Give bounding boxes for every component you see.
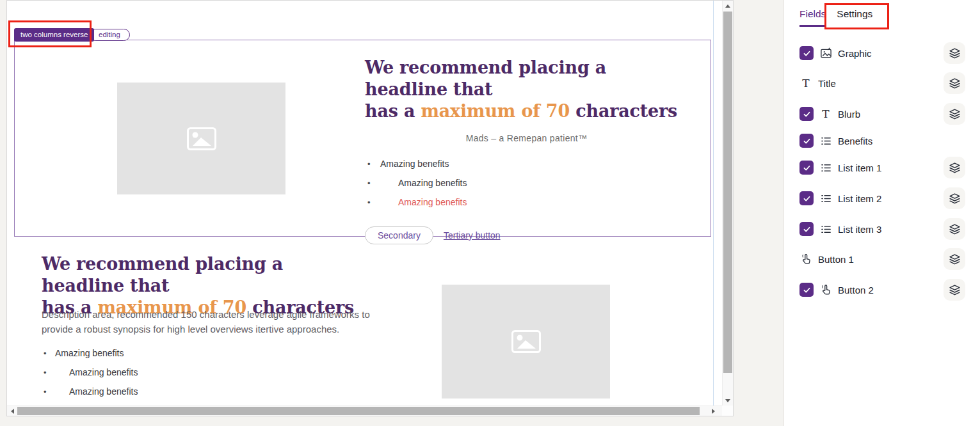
field-checkbox[interactable] [799, 191, 814, 205]
scroll-down-button[interactable] [723, 395, 733, 406]
field-label: Benefits [838, 136, 872, 146]
section1-byline: Mads – a Remepan patient™ [365, 133, 688, 143]
layers-button[interactable] [944, 248, 965, 270]
field-label: Title [818, 78, 836, 89]
bullet-item: •Amazing benefits [44, 367, 312, 386]
secondary-button[interactable]: Secondary [365, 226, 433, 244]
layers-button[interactable] [944, 72, 965, 94]
field-row-benefits: Benefits [799, 126, 980, 155]
horizontal-scrollbar[interactable] [7, 406, 722, 416]
bullet-text: Amazing benefits [398, 197, 467, 208]
vertical-scrollbar-thumb[interactable] [723, 12, 732, 373]
bullet-item: •Amazing benefits [44, 386, 312, 406]
scroll-left-button[interactable] [7, 406, 17, 416]
headline-line2-pre: has a [365, 101, 421, 121]
editor-canvas: two columns reverse editing We recommend… [6, 0, 734, 416]
field-checkbox[interactable] [799, 134, 814, 148]
content-frame-edge [713, 1, 714, 406]
field-row-button-1: Button 1 [799, 244, 980, 274]
layers-button[interactable] [944, 279, 965, 301]
template-section-selected: We recommend placing a headline that has… [14, 40, 711, 237]
bullet-text: Amazing benefits [69, 386, 138, 397]
field-row-list-item-1: List item 1 [799, 153, 980, 182]
bullet-text: Amazing benefits [69, 367, 138, 378]
field-row-list-item-2: List item 2 [799, 184, 980, 213]
tertiary-button[interactable]: Tertiary button [444, 230, 501, 241]
section2-bullet-list: •Amazing benefits•Amazing benefits•Amazi… [44, 348, 312, 406]
scrollbar-corner [722, 406, 733, 416]
bullet-dot: • [367, 197, 373, 208]
list-icon [819, 161, 832, 174]
field-label: Graphic [838, 48, 872, 59]
image-placeholder[interactable] [442, 285, 610, 398]
field-label: Button 2 [838, 285, 874, 296]
image-icon [819, 47, 832, 59]
field-label: Button 1 [818, 254, 854, 265]
section1-headline: We recommend placing a headline that has… [365, 57, 688, 122]
button-icon [819, 283, 832, 296]
button-icon [799, 253, 812, 265]
bullet-dot: • [44, 367, 49, 378]
image-icon [511, 330, 541, 353]
headline-highlight: maximum of 70 [421, 101, 570, 121]
editing-tag: editing [89, 29, 130, 41]
image-placeholder[interactable] [117, 83, 285, 194]
field-label: Blurb [838, 109, 860, 120]
bullet-text: Amazing benefits [380, 159, 449, 170]
field-row-graphic: Graphic [799, 38, 980, 68]
text-icon: T [819, 107, 832, 120]
layers-button[interactable] [944, 42, 965, 64]
fields-panel: Fields Settings GraphicTTitleTBlurbBenef… [783, 0, 980, 426]
vertical-scrollbar[interactable] [722, 1, 733, 406]
bullet-dot: • [44, 386, 49, 397]
field-row-list-item-3: List item 3 [799, 214, 980, 244]
field-checkbox[interactable] [799, 222, 814, 236]
bullet-text: Amazing benefits [398, 178, 467, 189]
scroll-up-button[interactable] [723, 1, 733, 11]
template-tag: two columns reverse [14, 28, 94, 42]
headline-line2-post: characters [570, 101, 677, 121]
field-label: List item 1 [838, 162, 881, 173]
bullet-dot: • [367, 178, 373, 189]
list-icon [819, 134, 832, 147]
field-row-blurb: TBlurb [799, 99, 980, 129]
bullet-item: •Amazing benefits [367, 197, 688, 216]
list-icon [819, 223, 832, 235]
layers-button[interactable] [944, 187, 965, 209]
field-checkbox[interactable] [799, 107, 814, 121]
section1-bullet-list: •Amazing benefits•Amazing benefits•Amazi… [365, 159, 688, 216]
field-row-title: TTitle [799, 68, 980, 98]
bullet-item: •Amazing benefits [367, 178, 688, 197]
section2-description: Description area, recommended 150 charac… [42, 307, 371, 336]
list-icon [819, 192, 832, 205]
layers-button[interactable] [944, 218, 965, 240]
layers-button[interactable] [944, 157, 965, 178]
text-icon: T [799, 77, 812, 90]
bullet-dot: • [367, 159, 373, 170]
horizontal-scrollbar-thumb[interactable] [17, 407, 700, 415]
bullet-text: Amazing benefits [55, 348, 124, 359]
field-label: List item 2 [838, 193, 881, 204]
headline-line1: We recommend placing a headline that [365, 58, 606, 99]
field-list: GraphicTTitleTBlurbBenefitsList item 1Li… [799, 0, 980, 426]
field-row-button-2: Button 2 [799, 275, 980, 304]
field-label: List item 3 [838, 224, 881, 235]
bullet-dot: • [44, 348, 49, 359]
image-icon [187, 127, 216, 150]
bullet-item: •Amazing benefits [367, 159, 688, 178]
bullet-item: •Amazing benefits [44, 348, 312, 367]
field-checkbox[interactable] [799, 283, 814, 297]
field-checkbox[interactable] [799, 46, 814, 60]
field-checkbox[interactable] [799, 161, 814, 175]
scroll-right-button[interactable] [708, 406, 718, 416]
headline-line1: We recommend placing a headline that [42, 254, 283, 296]
layers-button[interactable] [944, 103, 965, 125]
